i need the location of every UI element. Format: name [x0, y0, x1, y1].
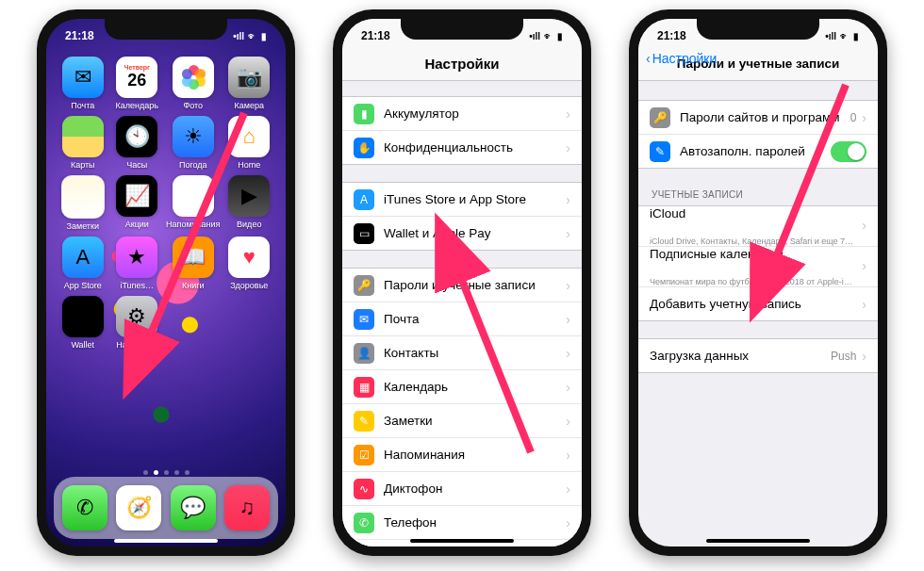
status-right: •ıll ᯤ ▮ [529, 31, 563, 41]
app-health[interactable]: ♥Здоровье [223, 237, 274, 290]
status-time: 21:18 [65, 29, 94, 42]
accounts-list[interactable]: 🔑Пароли сайтов и программ0›✎Автозаполн. … [638, 81, 878, 547]
account-row[interactable]: Подписные календариЧемпионат мира по фут… [638, 246, 878, 286]
app-weather[interactable]: ☀︎Погода [166, 116, 220, 170]
row-label: Wallet и Apple Pay [384, 226, 560, 240]
settings-row[interactable]: ∿Диктофон› [342, 471, 582, 505]
wifi-icon: ᯤ [840, 31, 850, 41]
settings-row[interactable]: AiTunes Store и App Store› [342, 183, 582, 216]
app-notes[interactable]: Заметки [58, 175, 108, 231]
app-label: iTunes… [120, 281, 154, 290]
chevron-left-icon: ‹ [646, 51, 651, 66]
chevron-right-icon: › [566, 192, 570, 207]
dock-phone[interactable]: ✆ [62, 485, 107, 530]
app-mail[interactable]: ✉︎Почта [58, 57, 108, 110]
settings-row[interactable]: ✋Конфиденциальность› [342, 130, 582, 164]
chevron-right-icon: › [566, 515, 570, 530]
settings-list[interactable]: ▮Аккумулятор›✋Конфиденциальность›AiTunes… [342, 81, 582, 547]
app-label: Заметки [67, 221, 99, 231]
settings-row[interactable]: 🔑Пароли и учетные записи› [342, 269, 582, 302]
app-stocks[interactable]: 📈Акции [112, 175, 163, 231]
dock-messages[interactable]: 💬 [171, 485, 216, 530]
battery-icon: ▮ [557, 31, 563, 41]
chevron-right-icon: › [566, 278, 570, 293]
app-camera[interactable]: 📷Камера [223, 57, 274, 110]
app-home[interactable]: ⌂Home [223, 116, 274, 170]
settings-row[interactable]: ▭Wallet и Apple Pay› [342, 216, 582, 250]
phone-home: 21:18 •ıll ᯤ ▮ ✉︎ПочтаЧетверг26Календарь… [37, 9, 295, 556]
settings-row[interactable]: ✎Автозаполн. паролей [638, 134, 878, 168]
app-calendar[interactable]: Четверг26Календарь [112, 57, 163, 110]
app-photos[interactable]: Фото [166, 57, 220, 110]
phone-accounts: 21:18 •ıll ᯤ ▮ ‹ Настройки Пароли и учет… [629, 9, 887, 556]
battery-icon: ▮ [261, 31, 267, 41]
row-icon: ✎ [354, 411, 374, 432]
books-icon: 📖 [173, 237, 214, 278]
home-indicator [410, 539, 514, 543]
app-video[interactable]: ▶︎Видео [223, 175, 274, 231]
appstore-icon: A [62, 237, 104, 278]
row-label: Контакты [384, 346, 560, 360]
row-icon: ▭ [354, 223, 374, 244]
app-itunes[interactable]: ★iTunes… [112, 237, 163, 290]
row-label: Почта [384, 312, 560, 326]
row-icon: ▮ [354, 104, 374, 124]
maps-icon [62, 116, 104, 157]
wifi-icon: ᯤ [248, 31, 257, 41]
row-label: Диктофон [384, 481, 560, 496]
chevron-right-icon: › [566, 380, 570, 395]
row-sub: Чемпионат мира по футболу FIFA 2018 от A… [650, 278, 852, 286]
status-right: •ıll ᯤ ▮ [825, 31, 859, 41]
settings-row[interactable]: ☑Напоминания› [342, 437, 582, 471]
app-wallet[interactable]: 🗂Wallet [58, 296, 108, 350]
dock-safari[interactable]: 🧭 [116, 485, 161, 530]
account-row[interactable]: Добавить учетную запись› [638, 286, 878, 320]
camera-icon: 📷 [228, 57, 270, 98]
app-maps[interactable]: Карты [58, 116, 108, 170]
settings-row[interactable]: Загрузка данныхPush› [638, 339, 878, 372]
settings-row[interactable]: 🔑Пароли сайтов и программ0› [638, 101, 878, 134]
app-reminders[interactable]: Напоминания [166, 175, 220, 231]
back-label: Настройки [652, 51, 718, 66]
home-indicator [706, 539, 810, 543]
chevron-right-icon: › [566, 312, 570, 327]
app-label: App Store [64, 281, 102, 290]
app-label: Настройки [116, 340, 157, 350]
row-label: Конфиденциальность [384, 140, 560, 155]
itunes-icon: ★ [116, 237, 157, 278]
notch [401, 19, 523, 40]
status-time: 21:18 [361, 29, 390, 42]
account-row[interactable]: iCloudiCloud Drive, Контакты, Календари,… [638, 206, 878, 246]
row-label: Загрузка данных [650, 349, 831, 363]
battery-icon: ▮ [853, 31, 859, 41]
chevron-right-icon: › [566, 140, 570, 155]
chevron-right-icon: › [566, 226, 570, 241]
app-clock[interactable]: 🕙Часы [112, 116, 163, 170]
row-value: Push [831, 350, 856, 363]
app-label: Home [238, 160, 260, 170]
signal-icon: •ıll [825, 31, 836, 41]
app-books[interactable]: 📖Книги [166, 237, 220, 290]
chevron-right-icon: › [566, 346, 570, 361]
row-label: Подписные календари [650, 247, 784, 277]
health-icon: ♥ [228, 237, 270, 278]
row-icon: 🔑 [650, 107, 670, 128]
settings-row[interactable]: ▦Календарь› [342, 369, 582, 403]
chevron-right-icon: › [566, 481, 570, 497]
settings-row[interactable]: ✉︎Почта› [342, 302, 582, 335]
settings-row[interactable]: ✎Заметки› [342, 403, 582, 437]
row-icon: ✋ [354, 138, 374, 158]
back-button[interactable]: ‹ Настройки [646, 51, 717, 66]
settings-row[interactable]: ▮Аккумулятор› [342, 97, 582, 130]
settings-row[interactable]: 👤Контакты› [342, 335, 582, 369]
app-label: Акции [125, 220, 149, 229]
app-settings[interactable]: ⚙︎Настройки [112, 296, 163, 350]
row-icon: 💬 [354, 547, 374, 547]
chevron-right-icon: › [862, 110, 866, 125]
page-title: Настройки [424, 56, 499, 72]
settings-row[interactable]: ✆Телефон› [342, 505, 582, 539]
dock-music[interactable]: ♫ [224, 485, 270, 530]
toggle[interactable] [831, 141, 866, 162]
app-label: Погода [179, 160, 207, 170]
app-appstore[interactable]: AApp Store [58, 237, 108, 290]
